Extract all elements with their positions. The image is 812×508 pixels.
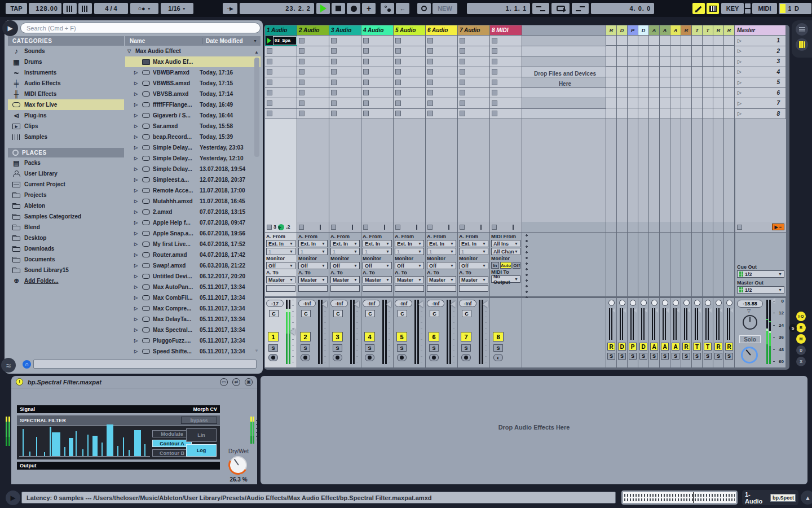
clip-slot[interactable] xyxy=(265,67,297,77)
clip-slot[interactable] xyxy=(458,56,489,67)
track-column[interactable] xyxy=(394,119,425,222)
clip-slot[interactable] xyxy=(265,109,297,119)
scene-row[interactable]: ▷ 4 xyxy=(735,67,785,77)
volume-fader-handle[interactable] xyxy=(386,301,391,308)
clip-stop-button[interactable] xyxy=(492,100,497,106)
monitor-chooser[interactable]: Off▼ xyxy=(266,262,295,269)
clip-slot[interactable] xyxy=(458,36,489,46)
clip-stop-button[interactable] xyxy=(363,80,369,85)
key-map-button[interactable]: KEY xyxy=(721,3,744,14)
track-delay-field[interactable] xyxy=(427,285,456,292)
volume-field[interactable]: -17 xyxy=(266,300,284,307)
sidebar-item-category[interactable]: Audio Effects xyxy=(8,78,124,89)
clip-stop-button[interactable] xyxy=(267,80,272,85)
return-solo-button[interactable]: S xyxy=(672,353,679,360)
monitor-chooser[interactable]: Off▼ xyxy=(330,262,360,269)
clip-stop-button[interactable] xyxy=(460,69,465,75)
file-row[interactable]: ▽ ▷ Max Audio Effect xyxy=(125,46,261,56)
return-track-header[interactable]: D xyxy=(638,25,648,35)
file-row[interactable]: ▽ ▷ Simple Delay... 13.07.2018, 19:54 xyxy=(125,164,261,174)
clip-slot[interactable] xyxy=(394,46,425,56)
file-row[interactable]: ▽ ▷ Remote Acce... 11.07.2018, 17:00 xyxy=(125,185,261,196)
clip-stop-button[interactable] xyxy=(427,90,433,95)
solo-button[interactable]: S xyxy=(493,344,503,352)
lin-button[interactable]: Lin xyxy=(186,428,217,442)
track-activator[interactable]: 3 xyxy=(332,332,343,341)
clip-stop-button[interactable] xyxy=(460,59,465,64)
return-track-activator[interactable]: A xyxy=(672,343,679,351)
clip-slot[interactable] xyxy=(426,46,457,56)
clip-slot[interactable] xyxy=(490,77,522,87)
clip-slot[interactable] xyxy=(458,98,489,108)
expand-closed-icon[interactable]: ▷ xyxy=(134,220,139,225)
selected-device-chip[interactable]: bp.Spect xyxy=(770,494,796,502)
clip-slot[interactable] xyxy=(361,88,393,98)
return-track-activator[interactable]: T xyxy=(704,343,712,351)
clip-stop-button[interactable] xyxy=(492,111,497,116)
solo-button[interactable]: S xyxy=(268,344,278,352)
expand-closed-icon[interactable]: ▷ xyxy=(134,306,139,311)
draw-mode-button[interactable] xyxy=(692,3,705,14)
clip-stop-button[interactable] xyxy=(331,90,337,95)
clip-slot[interactable] xyxy=(265,46,297,56)
track-column[interactable] xyxy=(265,119,297,222)
track-delay-field[interactable] xyxy=(330,285,360,292)
return-track-activator[interactable]: P xyxy=(629,343,637,351)
track-delay-field[interactable] xyxy=(459,285,488,292)
monitor-chooser[interactable]: Off▼ xyxy=(427,262,456,269)
show-crossfader-toggle[interactable]: X xyxy=(796,357,806,366)
track-header[interactable]: 2 Audio xyxy=(297,25,329,35)
track-activator[interactable]: 1 xyxy=(268,332,279,341)
clip-stop-button[interactable] xyxy=(299,38,304,43)
clip-stop-button[interactable] xyxy=(267,48,272,54)
track-status-display[interactable]: 3 .2 xyxy=(265,222,297,232)
clip-slot[interactable] xyxy=(394,67,425,77)
clip-slot[interactable] xyxy=(265,56,297,67)
bypass-button[interactable]: bypass xyxy=(181,417,217,424)
stop-button[interactable] xyxy=(332,3,345,14)
clip-slot[interactable] xyxy=(426,67,457,77)
clip-slot[interactable] xyxy=(490,109,522,119)
clip-stop-button[interactable] xyxy=(427,59,433,64)
expand-closed-icon[interactable]: ▷ xyxy=(134,274,139,279)
volume-fader-handle[interactable] xyxy=(322,301,327,308)
time-signature-field[interactable]: 4 / 4 xyxy=(94,3,128,14)
expand-closed-icon[interactable]: ▷ xyxy=(134,252,139,257)
input-type-chooser[interactable]: Ext. In▼ xyxy=(298,240,328,247)
sidebar-item-category[interactable]: MIDI Effects xyxy=(8,89,124,99)
midi-map-button[interactable]: MIDI xyxy=(752,3,777,14)
expand-closed-icon[interactable]: ▷ xyxy=(134,338,139,343)
file-row[interactable]: ▽ ▷ Sar.amxd Today, 15:58 xyxy=(125,121,261,132)
clip-slot[interactable] xyxy=(490,98,522,108)
return-fader-handle[interactable] xyxy=(623,308,626,313)
clip-stop-button[interactable] xyxy=(427,111,433,116)
master-volume-field[interactable]: -18.88 xyxy=(737,300,763,308)
volume-fader-handle[interactable] xyxy=(290,329,295,335)
scene-row[interactable]: ▷ 3 xyxy=(735,56,785,67)
clip-slot[interactable] xyxy=(490,88,522,98)
file-row[interactable]: ▽ ▷ Max AutoPan... 05.11.2017, 13:34 xyxy=(125,282,261,292)
file-list-scrollbar[interactable] xyxy=(254,58,259,157)
clip-slot[interactable] xyxy=(361,98,393,108)
drop-area-cell[interactable] xyxy=(522,56,606,67)
clip-slot[interactable] xyxy=(426,77,457,87)
pan-field[interactable]: C xyxy=(301,310,311,317)
clip-slot[interactable] xyxy=(490,67,522,77)
track-stop-button[interactable] xyxy=(331,225,336,230)
name-column-header[interactable]: Name xyxy=(125,38,202,44)
volume-field[interactable]: -Inf xyxy=(298,300,316,307)
expand-closed-icon[interactable]: ▷ xyxy=(134,284,139,290)
return-track-header[interactable]: R xyxy=(681,25,691,35)
expand-closed-icon[interactable]: ▷ xyxy=(134,145,139,150)
clip-stop-button[interactable] xyxy=(299,69,304,75)
return-solo-button[interactable]: S xyxy=(725,353,733,360)
expand-closed-icon[interactable]: ▷ xyxy=(134,156,139,161)
output-type-chooser[interactable]: Master▼ xyxy=(298,276,328,283)
device-activator-icon[interactable] xyxy=(16,378,23,386)
arm-button[interactable] xyxy=(461,354,471,361)
file-row[interactable]: ▽ ▷ 2.amxd 07.07.2018, 13:15 xyxy=(125,207,261,217)
clip-stop-button[interactable] xyxy=(331,80,337,85)
scene-launch-icon[interactable]: ▷ xyxy=(738,59,742,64)
file-row[interactable]: ▽ ▷ Gigaverb / S... Today, 16:44 xyxy=(125,110,261,121)
volume-fader-handle[interactable] xyxy=(354,301,359,308)
